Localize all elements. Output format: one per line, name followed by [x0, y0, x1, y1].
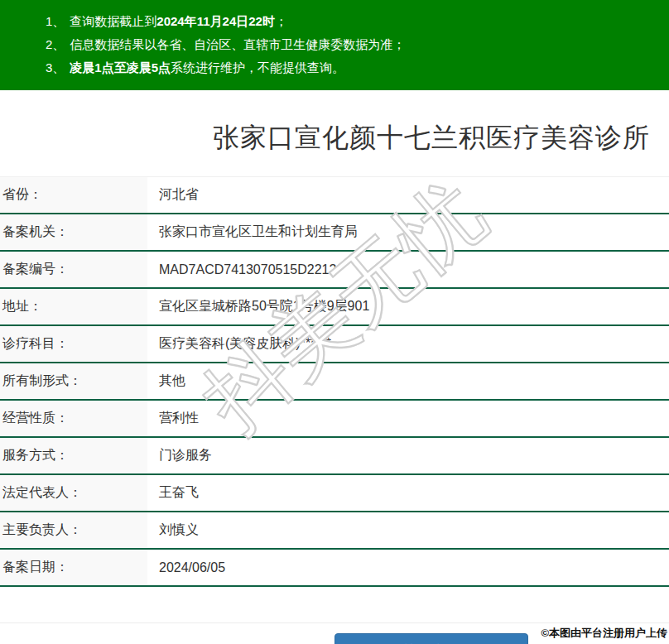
row-label: 服务方式： — [0, 438, 147, 473]
footer-divider — [0, 622, 669, 623]
notice-text-post: 系统进行维护，不能提供查询。 — [171, 60, 344, 74]
notice-banner: 1、查询数据截止到2024年11月24日22时； 2、信息数据结果以各省、自治区… — [0, 0, 669, 90]
row-value: 张家口市宣化区卫生和计划生育局 — [159, 223, 358, 241]
row-value: 王奋飞 — [159, 484, 199, 502]
row-label: 备案机关： — [0, 214, 147, 250]
table-row: 法定代表人： 王奋飞 — [0, 475, 669, 512]
row-value: 医疗美容科(美容皮肤科)****** — [159, 335, 331, 353]
table-row: 备案机关： 张家口市宣化区卫生和计划生育局 — [0, 214, 669, 252]
row-value: 河北省 — [159, 186, 199, 204]
row-value: 宣化区皇城桥路50号院1号楼9层901 — [159, 298, 369, 315]
row-label: 所有制形式： — [0, 363, 147, 399]
table-row: 备案编号： MAD7ACD7413070515D2212 — [0, 252, 669, 289]
table-row: 经营性质： 营利性 — [0, 401, 669, 438]
notice-number: 3、 — [46, 60, 65, 74]
upload-credit: ©本图由平台注册用户上传 — [541, 626, 667, 641]
notice-item: 2、信息数据结果以各省、自治区、直辖市卫生健康委数据为准； — [0, 33, 669, 56]
row-label: 备案编号： — [0, 252, 147, 287]
notice-item: 1、查询数据截止到2024年11月24日22时； — [0, 10, 669, 33]
notice-text-bold: 凌晨1点至凌晨5点 — [70, 60, 171, 74]
row-label: 省份： — [0, 177, 147, 213]
notice-text-pre: 信息数据结果以各省、自治区、直辖市卫生健康委数据为准； — [70, 37, 405, 51]
notice-number: 1、 — [46, 14, 65, 28]
row-label: 地址： — [0, 289, 147, 324]
row-value: 2024/06/05 — [159, 560, 225, 575]
notice-item: 3、凌晨1点至凌晨5点系统进行维护，不能提供查询。 — [0, 56, 669, 79]
table-row: 地址： 宣化区皇城桥路50号院1号楼9层901 — [0, 289, 669, 326]
notice-text-pre: 查询数据截止到 — [70, 14, 156, 28]
notice-number: 2、 — [46, 37, 65, 51]
notice-text-post: ； — [275, 14, 287, 28]
row-label: 备案日期： — [0, 550, 147, 585]
close-window-button[interactable]: 〖关闭窗口〗 — [334, 633, 528, 644]
row-value: 营利性 — [159, 410, 199, 427]
row-label: 诊疗科目： — [0, 326, 147, 362]
table-row: 所有制形式： 其他 — [0, 363, 669, 401]
row-label: 主要负责人： — [0, 512, 147, 548]
page-title: 张家口宣化颜十七兰积医疗美容诊所 — [0, 120, 669, 156]
table-row: 主要负责人： 刘慎义 — [0, 512, 669, 550]
row-value: MAD7ACD7413070515D2212 — [159, 262, 336, 277]
info-table: 省份： 河北省 备案机关： 张家口市宣化区卫生和计划生育局 备案编号： MAD7… — [0, 176, 669, 587]
row-value: 刘慎义 — [159, 521, 199, 539]
table-row: 备案日期： 2024/06/05 — [0, 550, 669, 587]
page: 1、查询数据截止到2024年11月24日22时； 2、信息数据结果以各省、自治区… — [0, 0, 669, 644]
row-label: 法定代表人： — [0, 475, 147, 511]
table-row: 诊疗科目： 医疗美容科(美容皮肤科)****** — [0, 326, 669, 363]
row-value: 其他 — [159, 372, 185, 390]
row-label: 经营性质： — [0, 401, 147, 436]
row-value: 门诊服务 — [159, 447, 212, 464]
table-row: 服务方式： 门诊服务 — [0, 438, 669, 475]
notice-text-bold: 2024年11月24日22时 — [156, 14, 275, 28]
notice-list: 1、查询数据截止到2024年11月24日22时； 2、信息数据结果以各省、自治区… — [0, 10, 669, 79]
table-row: 省份： 河北省 — [0, 177, 669, 214]
